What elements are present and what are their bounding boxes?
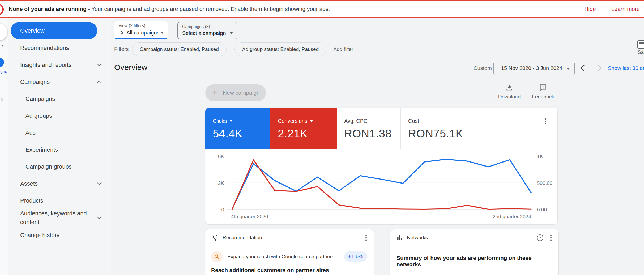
metric-tile-avg-cpc[interactable]: Avg. CPCRON1.38 [337, 108, 400, 149]
sidebar-item-experiments-sub[interactable]: Experiments [8, 141, 111, 158]
saved-icon[interactable] [637, 40, 644, 49]
new-campaign-button[interactable]: + New campaign [205, 84, 266, 101]
view-selector-value: All campaigns [126, 30, 160, 36]
sidebar-item-campaigns[interactable]: Campaigns [8, 73, 111, 90]
alert-message-rest: - Your campaigns and ad groups are pause… [87, 6, 330, 12]
recommendation-heading: Reach additional customers on partner si… [205, 262, 374, 273]
recommendation-card-title: Recommendation [223, 235, 262, 241]
view-selector[interactable]: View (2 filters) All campaigns [114, 21, 168, 39]
metric-value: RON1.38 [344, 127, 400, 140]
filter-chip[interactable]: Ad group status: Enabled, Paused [234, 42, 326, 56]
feedback-button[interactable]: Feedback [527, 84, 559, 100]
google-ads-overview-page: None of your ads are running - Your camp… [0, 0, 644, 275]
caret-down-icon [310, 120, 313, 122]
svg-text:1K: 1K [537, 154, 543, 159]
svg-text:2nd quarter 2024: 2nd quarter 2024 [493, 214, 531, 219]
rail-campaigns-icon[interactable] [0, 58, 4, 67]
svg-text:6K: 6K [218, 154, 224, 159]
date-range-selector[interactable]: 15 Nov 2020 - 3 Jun 2024 [493, 62, 575, 75]
feedback-label: Feedback [527, 94, 559, 100]
metric-value: 54.4K [213, 127, 270, 140]
sidebar-item-ad-groups-sub[interactable]: Ad groups [8, 107, 111, 124]
hide-button[interactable]: Hide [584, 6, 596, 12]
metric-tile-conversions[interactable]: Conversions2.21K [270, 108, 337, 149]
networks-card-header: Networks ? [390, 229, 558, 246]
learn-more-button[interactable]: Learn more [611, 6, 640, 12]
overview-chart: 6K3K01K500.000.004th quarter 20202nd qua… [205, 149, 557, 224]
recommendation-card-menu-button[interactable] [365, 237, 367, 238]
svg-text:0: 0 [221, 207, 224, 212]
sidebar-item-label: Experiments [25, 145, 58, 154]
metric-label: Conversions [278, 118, 307, 124]
chevron-up-icon [97, 80, 101, 85]
next-period-button[interactable] [595, 65, 602, 71]
alert-actions: Hide Learn more [584, 6, 640, 12]
campaign-selector-label: Campaigns (8) [182, 24, 210, 29]
add-filter-button[interactable]: Add filter [333, 46, 353, 52]
metric-tile-cost[interactable]: CostRON75.1K [400, 108, 465, 149]
sidebar-item-campaigns-sub[interactable]: Campaigns [8, 90, 111, 107]
saved-label-fragment: Sa [638, 49, 644, 55]
download-button[interactable]: Download [493, 84, 525, 100]
chevron-down-icon [97, 214, 101, 219]
caret-down-icon [229, 32, 233, 34]
new-campaign-label: New campaign [223, 90, 260, 96]
metric-label: Avg. CPC [344, 118, 367, 124]
chevron-down-icon [97, 180, 101, 185]
sidebar-nav: OverviewRecommendationsInsights and repo… [8, 18, 111, 275]
sidebar-item-recommendations[interactable]: Recommendations [8, 39, 111, 56]
caret-down-icon [229, 120, 233, 122]
previous-period-button[interactable] [581, 65, 587, 71]
sidebar-item-label: Ad groups [25, 111, 52, 120]
help-icon[interactable]: ? [537, 234, 543, 241]
page-title: Overview [114, 63, 147, 72]
filter-chips: Campaign status: Enabled, PausedAd group… [132, 42, 353, 56]
home-icon [118, 30, 124, 36]
sidebar-item-label: Products [20, 196, 43, 205]
show-last-30-days-link[interactable]: Show last 30 da [608, 65, 644, 71]
campaign-selector[interactable]: Campaigns (8) Select a campaign [177, 22, 237, 39]
sidebar-item-ads-sub[interactable]: Ads [8, 124, 111, 141]
sidebar-item-label: Insights and reports [20, 60, 71, 69]
filter-chip[interactable]: Campaign status: Enabled, Paused [132, 42, 227, 56]
svg-text:3K: 3K [218, 180, 224, 186]
metric-tile-clicks[interactable]: Clicks54.4K [205, 108, 270, 149]
feedback-icon [539, 84, 547, 91]
metric-label: Cost [408, 118, 419, 124]
recommendation-card: Recommendation Expand your reach with Go… [205, 229, 374, 275]
sidebar-item-products[interactable]: Products [8, 192, 111, 209]
rail-label-fragment-campaigns: gns [0, 69, 7, 74]
plus-icon: + [212, 88, 217, 97]
rail-label-fragment-top: e [1, 43, 3, 49]
sidebar-item-label: Campaign groups [25, 162, 72, 171]
download-label: Download [493, 94, 525, 100]
rail-fab-button[interactable] [0, 24, 7, 40]
filters-label: Filters [114, 46, 129, 52]
sidebar-item-label: Overview [20, 26, 45, 35]
section-divider [111, 60, 644, 60]
networks-card: Networks ? Summary of how your ads are p… [390, 229, 558, 275]
sidebar-item-label: Change history [20, 231, 59, 239]
networks-card-menu-button[interactable] [550, 237, 552, 238]
sidebar-item-label: Recommendations [20, 43, 69, 52]
date-mode-label: Custom [474, 65, 492, 71]
metric-value: 2.21K [278, 127, 337, 140]
networks-card-title: Networks [407, 235, 428, 241]
chevron-down-icon [97, 61, 101, 66]
sidebar-item-insights-and-reports[interactable]: Insights and reports [8, 56, 111, 73]
recommendation-item[interactable]: Expand your reach with Google search par… [205, 246, 374, 262]
alert-message-bold: None of your ads are running [9, 6, 87, 12]
sidebar-item-assets[interactable]: Assets [8, 175, 111, 192]
date-range-value: 15 Nov 2020 - 3 Jun 2024 [501, 65, 562, 71]
sidebar-item-label: Assets [20, 179, 38, 188]
alert-banner: None of your ads are running - Your camp… [0, 0, 644, 18]
performance-card-menu-button[interactable] [545, 121, 546, 122]
sidebar-item-audiences-keywords-and-content[interactable]: Audiences, keywords and content [8, 209, 111, 226]
recommendation-card-header: Recommendation [205, 229, 374, 246]
bar-chart-icon [396, 234, 403, 241]
sidebar-item-change-history[interactable]: Change history [8, 226, 111, 243]
networks-legend: Google SearchSearch partnersDisplay Netw… [390, 268, 558, 275]
sidebar-item-label: Campaigns [25, 94, 55, 103]
sidebar-item-overview[interactable]: Overview [11, 22, 97, 39]
sidebar-item-campaign-groups-sub[interactable]: Campaign groups [8, 158, 111, 175]
